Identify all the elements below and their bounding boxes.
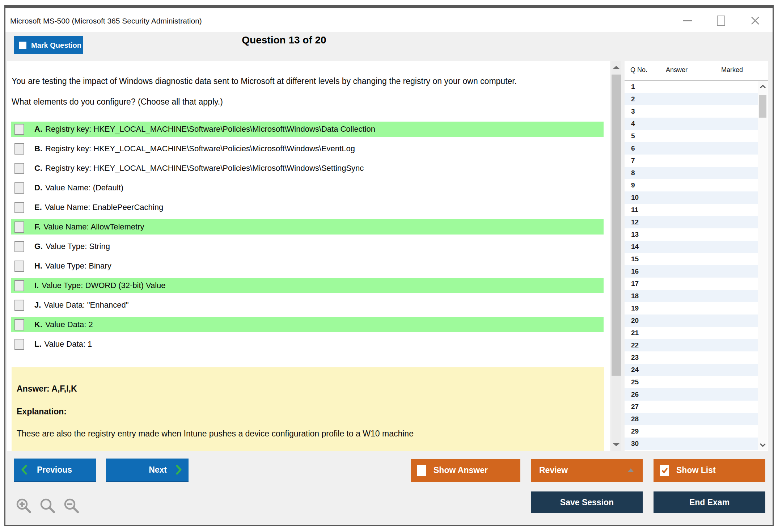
answer-option-row: A.Registry key: HKEY_LOCAL_MACHINE\Softw… <box>11 122 604 137</box>
question-list-row[interactable]: 20 <box>625 314 758 327</box>
close-button[interactable] <box>748 13 762 28</box>
app-window: Microsoft MS-500 (Microsoft 365 Security… <box>4 5 774 526</box>
question-list-row[interactable]: 1 <box>625 81 758 93</box>
answer-box: Answer: A,F,I,K Explanation: These are a… <box>12 367 604 451</box>
question-list-row[interactable]: 4 <box>625 118 758 130</box>
question-list-row[interactable]: 29 <box>625 425 758 438</box>
scrollbar-thumb[interactable] <box>612 75 621 376</box>
chevron-right-icon <box>176 465 182 475</box>
question-list-row[interactable]: 22 <box>625 339 758 351</box>
question-list-row[interactable]: 24 <box>625 364 758 376</box>
answer-option-row: G.Value Type: String <box>11 239 604 254</box>
scroll-down-icon[interactable] <box>760 443 766 447</box>
question-text: You are testing the impact of Windows di… <box>12 75 576 88</box>
option-checkbox[interactable] <box>14 124 24 135</box>
option-label: B.Registry key: HKEY_LOCAL_MACHINE\Softw… <box>34 144 355 153</box>
end-exam-label: End Exam <box>689 498 730 507</box>
scroll-up-icon[interactable] <box>760 84 766 89</box>
show-answer-checkbox[interactable] <box>417 465 426 476</box>
option-checkbox[interactable] <box>14 143 24 155</box>
question-list-row[interactable]: 15 <box>625 253 758 265</box>
scroll-down-icon[interactable] <box>613 443 620 446</box>
previous-button[interactable]: Previous <box>14 459 96 482</box>
explanation-text: These are also the registry entry made w… <box>17 429 599 439</box>
zoom-reset-button[interactable] <box>39 498 56 514</box>
option-checkbox[interactable] <box>14 202 24 213</box>
zoom-toolbar <box>16 498 80 514</box>
question-list-panel: Q No. Answer Marked 12345678910111213141… <box>625 61 768 451</box>
option-label: I.Value Type: DWORD (32-bit) Value <box>34 281 166 290</box>
option-checkbox[interactable] <box>14 300 24 311</box>
show-list-button[interactable]: Show List <box>654 459 765 482</box>
answer-option-row: K.Value Data: 2 <box>11 317 604 332</box>
next-label: Next <box>149 465 167 475</box>
answer-option-row: L.Value Data: 1 <box>11 337 604 352</box>
question-list-row[interactable]: 28 <box>625 413 758 425</box>
option-checkbox[interactable] <box>14 339 24 350</box>
answer-option-row: I.Value Type: DWORD (32-bit) Value <box>11 278 604 293</box>
question-list-row[interactable]: 26 <box>625 388 758 401</box>
window-title: Microsoft MS-500 (Microsoft 365 Security… <box>10 8 202 32</box>
previous-label: Previous <box>37 465 72 475</box>
answer-option-row: F.Value Name: AllowTelemetry <box>11 219 604 235</box>
question-list-row[interactable]: 25 <box>625 376 758 388</box>
option-checkbox[interactable] <box>14 241 24 252</box>
maximize-button[interactable] <box>714 13 728 28</box>
question-list-row[interactable]: 13 <box>625 228 758 241</box>
option-checkbox[interactable] <box>14 261 24 272</box>
option-checkbox[interactable] <box>14 182 24 194</box>
option-label: C.Registry key: HKEY_LOCAL_MACHINE\Softw… <box>34 164 364 173</box>
scroll-up-icon[interactable] <box>613 66 620 69</box>
end-exam-button[interactable]: End Exam <box>654 491 765 513</box>
review-label: Review <box>539 465 568 475</box>
zoom-out-button[interactable] <box>63 498 80 514</box>
question-list-row[interactable]: 21 <box>625 327 758 339</box>
question-list-row[interactable]: 12 <box>625 216 758 228</box>
answer-option-row: C.Registry key: HKEY_LOCAL_MACHINE\Softw… <box>11 161 604 176</box>
question-list-row[interactable]: 18 <box>625 290 758 302</box>
option-checkbox[interactable] <box>14 319 24 330</box>
question-list-row[interactable]: 30 <box>625 438 758 450</box>
show-answer-button[interactable]: Show Answer <box>411 459 520 482</box>
question-list-row[interactable]: 23 <box>625 351 758 364</box>
next-button[interactable]: Next <box>106 459 189 482</box>
column-marked: Marked <box>721 66 743 74</box>
question-list-row[interactable]: 7 <box>625 155 758 167</box>
explanation-heading: Explanation: <box>17 407 599 417</box>
review-button[interactable]: Review <box>531 459 643 482</box>
title-bar: Microsoft MS-500 (Microsoft 365 Security… <box>5 8 773 32</box>
question-list-row[interactable]: 6 <box>625 142 758 155</box>
maximize-icon <box>717 16 725 26</box>
scrollbar-thumb[interactable] <box>759 95 766 118</box>
option-label: K.Value Data: 2 <box>34 320 93 329</box>
question-list-row[interactable]: 14 <box>625 241 758 253</box>
question-list-row[interactable]: 3 <box>625 105 758 118</box>
question-list-row[interactable]: 19 <box>625 302 758 314</box>
option-label: G.Value Type: String <box>34 242 110 251</box>
question-list-scrollbar[interactable] <box>758 81 768 450</box>
question-list-row[interactable]: 9 <box>625 179 758 191</box>
save-session-button[interactable]: Save Session <box>531 491 643 513</box>
answer-option-row: H.Value Type: Binary <box>11 258 604 274</box>
options-list: A.Registry key: HKEY_LOCAL_MACHINE\Softw… <box>11 122 610 352</box>
question-list-row[interactable]: 27 <box>625 401 758 413</box>
option-checkbox[interactable] <box>14 221 24 233</box>
question-list-row[interactable]: 10 <box>625 191 758 204</box>
question-list-row[interactable]: 16 <box>625 265 758 278</box>
question-list-row[interactable]: 11 <box>625 204 758 216</box>
question-panel-scrollbar[interactable] <box>612 61 621 451</box>
option-label: E.Value Name: EnablePeerCaching <box>34 203 163 212</box>
zoom-in-button[interactable] <box>16 498 32 514</box>
question-list-row[interactable]: 5 <box>625 130 758 142</box>
question-list-row[interactable]: 17 <box>625 278 758 290</box>
question-list-row[interactable]: 8 <box>625 167 758 179</box>
column-answer: Answer <box>666 66 688 74</box>
minimize-button[interactable] <box>680 13 695 28</box>
option-label: F.Value Name: AllowTelemetry <box>34 222 144 232</box>
option-label: L.Value Data: 1 <box>34 339 92 349</box>
show-list-checkbox[interactable] <box>660 465 669 476</box>
option-checkbox[interactable] <box>14 163 24 174</box>
option-checkbox[interactable] <box>14 280 24 291</box>
answer-option-row: E.Value Name: EnablePeerCaching <box>11 200 604 215</box>
question-list-row[interactable]: 2 <box>625 93 758 105</box>
